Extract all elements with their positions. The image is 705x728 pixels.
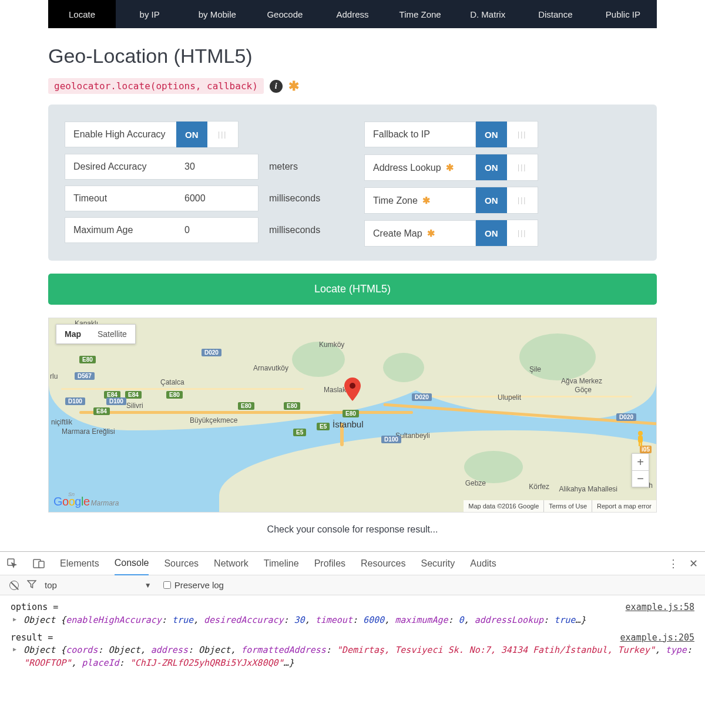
map-label-istanbul: İstanbul [333, 419, 364, 429]
route-badge: E5 [293, 429, 306, 436]
map-label: h [649, 481, 653, 490]
option-label: Enable High Accuracy [65, 122, 176, 147]
map-label: Göçe [575, 386, 592, 394]
page-title: Geo-Location (HTML5) [48, 45, 657, 68]
map-label: Marmara Ereğlisi [62, 427, 115, 436]
context-selector[interactable]: top [45, 580, 57, 590]
element-picker-icon[interactable] [7, 558, 18, 569]
info-icon[interactable]: i [270, 80, 283, 93]
console-filter-bar: top ▼ Preserve log [0, 575, 705, 595]
svg-rect-4 [641, 441, 643, 446]
console-object[interactable]: Object {enableHighAccuracy: true, desire… [11, 614, 694, 627]
map[interactable]: Map Satellite Kapaklı Kumköy Arnavutköy … [48, 318, 657, 513]
option-label: Desired Accuracy [65, 154, 176, 180]
svg-rect-3 [639, 441, 640, 446]
map-label: Şile [529, 365, 541, 373]
zoom-out-button[interactable]: − [632, 470, 649, 487]
map-label: Büyükçekmece [190, 416, 237, 424]
console-source-link[interactable]: example.js:205 [609, 632, 694, 645]
option-unit: milliseconds [258, 193, 320, 204]
toggle[interactable]: ON||| [176, 121, 239, 148]
nav-item-distance[interactable]: Distance [522, 0, 589, 28]
clear-console-icon[interactable] [9, 581, 19, 590]
map-label: Silivri [126, 402, 143, 410]
option-row: Maximum Age0milliseconds [65, 217, 341, 243]
nav-item-public-ip[interactable]: Public IP [589, 0, 657, 28]
toggle[interactable]: ON||| [476, 220, 538, 247]
devtools-tab-security[interactable]: Security [421, 552, 455, 575]
preserve-log-checkbox[interactable] [163, 581, 171, 589]
option-row: Enable High AccuracyON||| [65, 121, 341, 148]
map-label: rlu [50, 372, 58, 380]
nav-item-by-mobile[interactable]: by Mobile [183, 0, 251, 28]
chevron-down-icon[interactable]: ▼ [145, 581, 152, 589]
option-row: Timeout6000milliseconds [65, 186, 341, 211]
map-type-satellite[interactable]: Satellite [89, 325, 135, 343]
toggle[interactable]: ON||| [476, 154, 538, 181]
asterisk-icon: ✱ [288, 79, 299, 94]
nav-item-geocode[interactable]: Geocode [251, 0, 318, 28]
filter-icon[interactable] [27, 580, 36, 590]
map-label: Alikahya Mahallesi [559, 485, 617, 493]
devtools-tab-timeline[interactable]: Timeline [264, 552, 299, 575]
nav-item-by-ip[interactable]: by IP [116, 0, 183, 28]
route-badge: D100 [106, 397, 126, 405]
map-label: Kumköy [319, 341, 344, 349]
map-type-map[interactable]: Map [56, 325, 89, 343]
option-label: Maximum Age [65, 217, 176, 243]
nav-item-time-zone[interactable]: Time Zone [387, 0, 454, 28]
devtools-tab-resources[interactable]: Resources [361, 552, 405, 575]
option-row: Create Map ✱ON||| [364, 220, 640, 247]
option-input[interactable]: 0 [176, 217, 258, 243]
devtools-menu-icon[interactable]: ⋮ [668, 557, 679, 570]
route-badge: E80 [166, 391, 183, 399]
devtools-panel: ElementsConsoleSourcesNetworkTimelinePro… [0, 551, 705, 682]
nav-item-d-matrix[interactable]: D. Matrix [454, 0, 522, 28]
map-label: Arnavutköy [253, 364, 288, 372]
option-row: Fallback to IPON||| [364, 121, 640, 148]
devtools-tab-network[interactable]: Network [214, 552, 249, 575]
option-label: Address Lookup ✱ [364, 154, 476, 181]
route-badge: E80 [79, 356, 96, 363]
zoom-in-button[interactable]: + [632, 454, 649, 470]
console-label: result = [11, 632, 53, 645]
nav-item-address[interactable]: Address [318, 0, 386, 28]
nav-item-locate[interactable]: Locate [48, 0, 116, 28]
route-badge: D020 [412, 393, 432, 401]
devtools-tab-profiles[interactable]: Profiles [314, 552, 345, 575]
devtools-close-icon[interactable]: ✕ [689, 557, 698, 570]
preserve-log-label: Preserve log [174, 580, 224, 590]
pegman-icon[interactable] [632, 430, 649, 447]
option-label: Time Zone ✱ [364, 187, 476, 214]
console-label: options = [11, 601, 58, 614]
locate-button[interactable]: Locate (HTML5) [48, 274, 657, 305]
option-unit: meters [258, 161, 298, 172]
map-attribution: Map data ©2016 Google Terms of Use Repor… [464, 500, 656, 512]
route-badge: E84 [93, 407, 110, 415]
map-type-control: Map Satellite [56, 324, 136, 344]
map-pin-icon [344, 378, 361, 403]
map-attribution-data: Map data ©2016 Google [464, 500, 543, 512]
console-source-link[interactable]: example.js:58 [614, 601, 694, 614]
devtools-tab-elements[interactable]: Elements [60, 552, 99, 575]
option-input[interactable]: 6000 [176, 186, 258, 211]
toggle[interactable]: ON||| [476, 121, 538, 148]
svg-point-0 [350, 383, 355, 389]
devtools-tab-audits[interactable]: Audits [470, 552, 496, 575]
option-row: Address Lookup ✱ON||| [364, 154, 640, 181]
option-row: Desired Accuracy30meters [65, 154, 341, 180]
map-report-link[interactable]: Report a map error [592, 500, 656, 512]
device-toggle-icon[interactable] [33, 559, 45, 568]
map-terms-link[interactable]: Terms of Use [543, 500, 592, 512]
devtools-tab-console[interactable]: Console [115, 552, 149, 575]
asterisk-icon: ✱ [446, 163, 454, 173]
svg-rect-7 [39, 561, 44, 568]
console-object[interactable]: Object {coords: Object, address: Object,… [11, 644, 694, 670]
toggle[interactable]: ON||| [476, 187, 538, 214]
option-input[interactable]: 30 [176, 154, 258, 180]
map-label: Ağva Merkez [561, 377, 602, 385]
google-logo: GoogleMarmara [53, 495, 119, 508]
route-badge: E80 [284, 402, 300, 410]
devtools-tabs: ElementsConsoleSourcesNetworkTimelinePro… [0, 552, 705, 575]
devtools-tab-sources[interactable]: Sources [164, 552, 199, 575]
